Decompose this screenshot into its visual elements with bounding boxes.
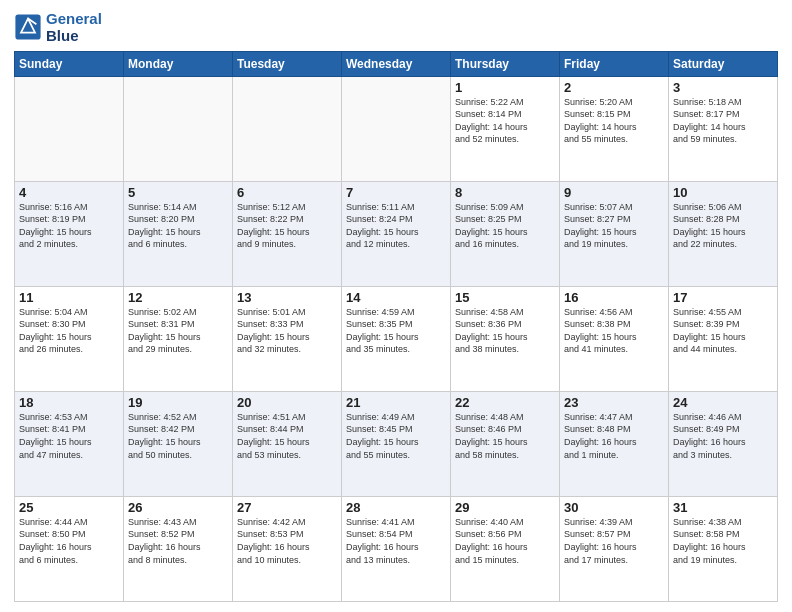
day-number: 25 bbox=[19, 500, 119, 515]
day-info: Sunrise: 4:56 AM Sunset: 8:38 PM Dayligh… bbox=[564, 306, 664, 356]
day-info: Sunrise: 4:47 AM Sunset: 8:48 PM Dayligh… bbox=[564, 411, 664, 461]
col-header-thursday: Thursday bbox=[451, 51, 560, 76]
day-number: 12 bbox=[128, 290, 228, 305]
day-info: Sunrise: 4:42 AM Sunset: 8:53 PM Dayligh… bbox=[237, 516, 337, 566]
day-number: 24 bbox=[673, 395, 773, 410]
col-header-friday: Friday bbox=[560, 51, 669, 76]
day-number: 5 bbox=[128, 185, 228, 200]
calendar-cell: 22Sunrise: 4:48 AM Sunset: 8:46 PM Dayli… bbox=[451, 391, 560, 496]
calendar-cell: 6Sunrise: 5:12 AM Sunset: 8:22 PM Daylig… bbox=[233, 181, 342, 286]
logo-general: General bbox=[46, 10, 102, 27]
logo-blue: Blue bbox=[46, 27, 102, 44]
calendar-cell bbox=[233, 76, 342, 181]
calendar-cell: 20Sunrise: 4:51 AM Sunset: 8:44 PM Dayli… bbox=[233, 391, 342, 496]
day-number: 29 bbox=[455, 500, 555, 515]
day-info: Sunrise: 5:02 AM Sunset: 8:31 PM Dayligh… bbox=[128, 306, 228, 356]
calendar-cell: 15Sunrise: 4:58 AM Sunset: 8:36 PM Dayli… bbox=[451, 286, 560, 391]
day-info: Sunrise: 4:49 AM Sunset: 8:45 PM Dayligh… bbox=[346, 411, 446, 461]
day-number: 10 bbox=[673, 185, 773, 200]
calendar-week-row: 25Sunrise: 4:44 AM Sunset: 8:50 PM Dayli… bbox=[15, 496, 778, 601]
calendar-cell: 30Sunrise: 4:39 AM Sunset: 8:57 PM Dayli… bbox=[560, 496, 669, 601]
day-number: 26 bbox=[128, 500, 228, 515]
calendar-cell bbox=[15, 76, 124, 181]
day-number: 4 bbox=[19, 185, 119, 200]
day-number: 28 bbox=[346, 500, 446, 515]
day-info: Sunrise: 4:59 AM Sunset: 8:35 PM Dayligh… bbox=[346, 306, 446, 356]
calendar-cell: 8Sunrise: 5:09 AM Sunset: 8:25 PM Daylig… bbox=[451, 181, 560, 286]
day-number: 17 bbox=[673, 290, 773, 305]
calendar-week-row: 18Sunrise: 4:53 AM Sunset: 8:41 PM Dayli… bbox=[15, 391, 778, 496]
calendar-week-row: 1Sunrise: 5:22 AM Sunset: 8:14 PM Daylig… bbox=[15, 76, 778, 181]
day-info: Sunrise: 4:38 AM Sunset: 8:58 PM Dayligh… bbox=[673, 516, 773, 566]
day-number: 6 bbox=[237, 185, 337, 200]
day-info: Sunrise: 4:48 AM Sunset: 8:46 PM Dayligh… bbox=[455, 411, 555, 461]
day-number: 22 bbox=[455, 395, 555, 410]
day-info: Sunrise: 4:55 AM Sunset: 8:39 PM Dayligh… bbox=[673, 306, 773, 356]
day-number: 1 bbox=[455, 80, 555, 95]
calendar-cell: 25Sunrise: 4:44 AM Sunset: 8:50 PM Dayli… bbox=[15, 496, 124, 601]
calendar-cell: 29Sunrise: 4:40 AM Sunset: 8:56 PM Dayli… bbox=[451, 496, 560, 601]
day-info: Sunrise: 4:46 AM Sunset: 8:49 PM Dayligh… bbox=[673, 411, 773, 461]
calendar-cell: 3Sunrise: 5:18 AM Sunset: 8:17 PM Daylig… bbox=[669, 76, 778, 181]
day-info: Sunrise: 5:16 AM Sunset: 8:19 PM Dayligh… bbox=[19, 201, 119, 251]
day-info: Sunrise: 5:04 AM Sunset: 8:30 PM Dayligh… bbox=[19, 306, 119, 356]
day-info: Sunrise: 4:44 AM Sunset: 8:50 PM Dayligh… bbox=[19, 516, 119, 566]
day-info: Sunrise: 4:58 AM Sunset: 8:36 PM Dayligh… bbox=[455, 306, 555, 356]
logo: General Blue bbox=[14, 10, 102, 45]
day-info: Sunrise: 5:12 AM Sunset: 8:22 PM Dayligh… bbox=[237, 201, 337, 251]
calendar-cell: 5Sunrise: 5:14 AM Sunset: 8:20 PM Daylig… bbox=[124, 181, 233, 286]
day-info: Sunrise: 4:51 AM Sunset: 8:44 PM Dayligh… bbox=[237, 411, 337, 461]
day-info: Sunrise: 4:53 AM Sunset: 8:41 PM Dayligh… bbox=[19, 411, 119, 461]
day-info: Sunrise: 4:40 AM Sunset: 8:56 PM Dayligh… bbox=[455, 516, 555, 566]
calendar-cell: 17Sunrise: 4:55 AM Sunset: 8:39 PM Dayli… bbox=[669, 286, 778, 391]
day-info: Sunrise: 5:11 AM Sunset: 8:24 PM Dayligh… bbox=[346, 201, 446, 251]
calendar-cell: 23Sunrise: 4:47 AM Sunset: 8:48 PM Dayli… bbox=[560, 391, 669, 496]
day-number: 20 bbox=[237, 395, 337, 410]
logo-text: General Blue bbox=[46, 10, 102, 45]
calendar-cell: 21Sunrise: 4:49 AM Sunset: 8:45 PM Dayli… bbox=[342, 391, 451, 496]
calendar-cell: 27Sunrise: 4:42 AM Sunset: 8:53 PM Dayli… bbox=[233, 496, 342, 601]
calendar-table: SundayMondayTuesdayWednesdayThursdayFrid… bbox=[14, 51, 778, 603]
day-info: Sunrise: 5:18 AM Sunset: 8:17 PM Dayligh… bbox=[673, 96, 773, 146]
day-info: Sunrise: 4:41 AM Sunset: 8:54 PM Dayligh… bbox=[346, 516, 446, 566]
day-number: 19 bbox=[128, 395, 228, 410]
day-info: Sunrise: 5:09 AM Sunset: 8:25 PM Dayligh… bbox=[455, 201, 555, 251]
page: General Blue SundayMondayTuesdayWednesda… bbox=[0, 0, 792, 612]
calendar-cell: 10Sunrise: 5:06 AM Sunset: 8:28 PM Dayli… bbox=[669, 181, 778, 286]
calendar-cell: 13Sunrise: 5:01 AM Sunset: 8:33 PM Dayli… bbox=[233, 286, 342, 391]
calendar-header-row: SundayMondayTuesdayWednesdayThursdayFrid… bbox=[15, 51, 778, 76]
day-number: 21 bbox=[346, 395, 446, 410]
day-number: 11 bbox=[19, 290, 119, 305]
day-info: Sunrise: 5:06 AM Sunset: 8:28 PM Dayligh… bbox=[673, 201, 773, 251]
col-header-saturday: Saturday bbox=[669, 51, 778, 76]
calendar-cell: 19Sunrise: 4:52 AM Sunset: 8:42 PM Dayli… bbox=[124, 391, 233, 496]
calendar-cell: 28Sunrise: 4:41 AM Sunset: 8:54 PM Dayli… bbox=[342, 496, 451, 601]
day-number: 7 bbox=[346, 185, 446, 200]
day-info: Sunrise: 5:07 AM Sunset: 8:27 PM Dayligh… bbox=[564, 201, 664, 251]
calendar-week-row: 4Sunrise: 5:16 AM Sunset: 8:19 PM Daylig… bbox=[15, 181, 778, 286]
col-header-sunday: Sunday bbox=[15, 51, 124, 76]
calendar-cell bbox=[124, 76, 233, 181]
day-info: Sunrise: 4:43 AM Sunset: 8:52 PM Dayligh… bbox=[128, 516, 228, 566]
calendar-cell: 11Sunrise: 5:04 AM Sunset: 8:30 PM Dayli… bbox=[15, 286, 124, 391]
calendar-cell: 4Sunrise: 5:16 AM Sunset: 8:19 PM Daylig… bbox=[15, 181, 124, 286]
calendar-cell: 1Sunrise: 5:22 AM Sunset: 8:14 PM Daylig… bbox=[451, 76, 560, 181]
day-number: 27 bbox=[237, 500, 337, 515]
col-header-monday: Monday bbox=[124, 51, 233, 76]
logo-icon bbox=[14, 13, 42, 41]
header: General Blue bbox=[14, 10, 778, 45]
day-info: Sunrise: 4:52 AM Sunset: 8:42 PM Dayligh… bbox=[128, 411, 228, 461]
day-number: 30 bbox=[564, 500, 664, 515]
day-number: 3 bbox=[673, 80, 773, 95]
day-number: 13 bbox=[237, 290, 337, 305]
calendar-cell: 9Sunrise: 5:07 AM Sunset: 8:27 PM Daylig… bbox=[560, 181, 669, 286]
calendar-week-row: 11Sunrise: 5:04 AM Sunset: 8:30 PM Dayli… bbox=[15, 286, 778, 391]
calendar-cell: 24Sunrise: 4:46 AM Sunset: 8:49 PM Dayli… bbox=[669, 391, 778, 496]
calendar-cell: 7Sunrise: 5:11 AM Sunset: 8:24 PM Daylig… bbox=[342, 181, 451, 286]
day-info: Sunrise: 5:22 AM Sunset: 8:14 PM Dayligh… bbox=[455, 96, 555, 146]
day-number: 8 bbox=[455, 185, 555, 200]
calendar-cell: 12Sunrise: 5:02 AM Sunset: 8:31 PM Dayli… bbox=[124, 286, 233, 391]
calendar-cell bbox=[342, 76, 451, 181]
calendar-cell: 26Sunrise: 4:43 AM Sunset: 8:52 PM Dayli… bbox=[124, 496, 233, 601]
day-info: Sunrise: 4:39 AM Sunset: 8:57 PM Dayligh… bbox=[564, 516, 664, 566]
